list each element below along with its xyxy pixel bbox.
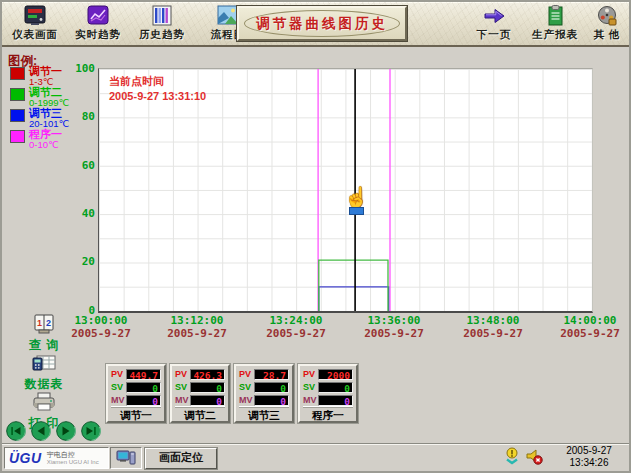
pid-panel-tiaojie2: PV 426.3 SV 0 MV 0 调节二 [170, 364, 230, 423]
mv-label: MV [175, 395, 190, 405]
legend-item-chengxu1: 程序一 0-10℃ [10, 129, 100, 150]
skip-to-end-icon [81, 421, 101, 441]
pv-value: 426.3 [190, 369, 225, 380]
data-table-label: 数据表 [16, 378, 72, 391]
mv-value: 0 [190, 395, 225, 406]
pv-row: PV 426.3 [175, 368, 225, 380]
x-axis-label: 13:24:00 2005-9-27 [257, 314, 335, 340]
pv-label: PV [175, 369, 190, 379]
legend-swatch [10, 109, 25, 122]
nav-previous-button[interactable] [31, 421, 51, 441]
y-axis-tick: 60 [60, 159, 95, 172]
sv-label: SV [175, 382, 190, 392]
query-book-icon: 1 2 [31, 313, 57, 335]
pid-panel-tiaojie1: PV 449.7 SV 0 MV 0 调节一 [106, 364, 166, 423]
title-oval-frame: 调节器曲线图历史 [244, 10, 400, 37]
legend-swatch [10, 130, 25, 143]
sv-row: SV 0 [175, 381, 225, 393]
sv-label: SV [303, 382, 318, 392]
status-bar: ÜGU 宇电自控 Xiamen UGU AI Inc 画面定位 [2, 443, 629, 471]
y-axis-tick: 40 [60, 207, 95, 220]
mv-label: MV [303, 395, 318, 405]
legend-swatch [10, 67, 25, 80]
pv-value: 2000 [318, 369, 353, 380]
pv-label: PV [303, 369, 318, 379]
mv-row: MV 0 [111, 394, 161, 406]
mv-row: MV 0 [303, 394, 353, 406]
x-axis-label: 13:48:00 2005-9-27 [454, 314, 532, 340]
query-label: 查 询 [16, 339, 72, 352]
computer-icon [116, 450, 136, 466]
tray-alarm-lamp-icon[interactable] [503, 447, 521, 466]
pv-value: 449.7 [126, 369, 161, 380]
y-axis-tick: 80 [60, 110, 95, 123]
mv-value: 0 [126, 395, 161, 406]
sv-value: 0 [254, 382, 289, 393]
step-forward-icon [56, 421, 76, 441]
sv-row: SV 0 [111, 381, 161, 393]
pv-value: 28.7 [254, 369, 289, 380]
legend-range: 0-10℃ [29, 140, 59, 150]
sv-value: 0 [190, 382, 225, 393]
x-axis-label: 14:00:00 2005-9-27 [551, 314, 629, 340]
sv-label: SV [239, 382, 254, 392]
nav-first-button[interactable] [6, 421, 26, 441]
vendor-logo-subtext: 宇电自控 Xiamen UGU AI Inc [47, 451, 99, 466]
toolbar-button-label: 其 他 [594, 28, 621, 42]
vendor-logo: ÜGU 宇电自控 Xiamen UGU AI Inc [4, 447, 109, 469]
panel-title: 调节一 [111, 407, 161, 422]
pv-row: PV 449.7 [111, 368, 161, 380]
svg-text:1: 1 [37, 318, 42, 328]
top-toolbar: 仪表画面 实时趋势 历史趋势 [2, 2, 629, 47]
mv-row: MV 0 [175, 394, 225, 406]
toolbar-button-other[interactable]: 其 他 [585, 5, 629, 43]
cursor-time-value: 2005-9-27 13:31:10 [109, 89, 206, 104]
nav-last-button[interactable] [81, 421, 101, 441]
vendor-logo-text: ÜGU [9, 450, 42, 466]
skip-to-start-icon [6, 421, 26, 441]
realtime-trend-icon [85, 5, 111, 27]
y-axis-tick: 100 [60, 62, 95, 75]
pv-label: PV [111, 369, 126, 379]
toolbar-button-next-page[interactable]: 下一页 [467, 5, 521, 43]
query-button[interactable]: 1 2 查 询 [16, 313, 72, 351]
pid-panel-chengxu1: PV 2000 SV 0 MV 0 程序一 [298, 364, 358, 423]
x-axis-label: 13:36:00 2005-9-27 [355, 314, 433, 340]
data-table-button[interactable]: 数据表 [16, 352, 72, 390]
trend-chart-plot[interactable]: 当前点时间 2005-9-27 13:31:10 ☝ [98, 68, 593, 313]
next-page-arrow-icon [481, 5, 507, 27]
toolbar-button-realtime-trend[interactable]: 实时趋势 [71, 5, 125, 43]
mv-value: 0 [318, 395, 353, 406]
data-table-icon [31, 352, 57, 374]
toolbar-button-label: 仪表画面 [12, 28, 58, 42]
toolbar-button-instrument-screen[interactable]: 仪表画面 [8, 5, 62, 43]
cursor-time-annotation: 当前点时间 2005-9-27 13:31:10 [109, 74, 206, 104]
system-datetime: 2005-9-27 13:34:26 [552, 445, 626, 469]
mv-row: MV 0 [239, 394, 289, 406]
pv-label: PV [239, 369, 254, 379]
workstation-indicator [110, 447, 142, 469]
system-date: 2005-9-27 [552, 445, 626, 457]
nav-next-button[interactable] [56, 421, 76, 441]
instrument-panel-icon [22, 5, 48, 27]
panel-title: 程序一 [303, 407, 353, 422]
toolbar-button-label: 下一页 [477, 28, 512, 42]
mv-value: 0 [254, 395, 289, 406]
sv-value: 0 [126, 382, 161, 393]
panel-title: 调节三 [239, 407, 289, 422]
pv-row: PV 28.7 [239, 368, 289, 380]
system-time: 13:34:26 [552, 457, 626, 469]
hand-cursor-icon: ☝ [344, 187, 369, 207]
screen-locate-button[interactable]: 画面定位 [145, 448, 217, 469]
page-title: 调节器曲线图历史 [256, 15, 388, 33]
toolbar-button-production-report[interactable]: 生产报表 [526, 5, 584, 43]
mv-label: MV [111, 395, 126, 405]
history-trend-icon [149, 5, 175, 27]
toolbar-button-history-trend[interactable]: 历史趋势 [135, 5, 189, 43]
pid-panel-tiaojie3: PV 28.7 SV 0 MV 0 调节三 [234, 364, 294, 423]
legend-swatch [10, 88, 25, 101]
svg-text:2: 2 [46, 318, 51, 328]
mv-label: MV [239, 395, 254, 405]
tray-speaker-muted-icon[interactable] [525, 447, 543, 466]
report-clipboard-icon [542, 5, 568, 27]
